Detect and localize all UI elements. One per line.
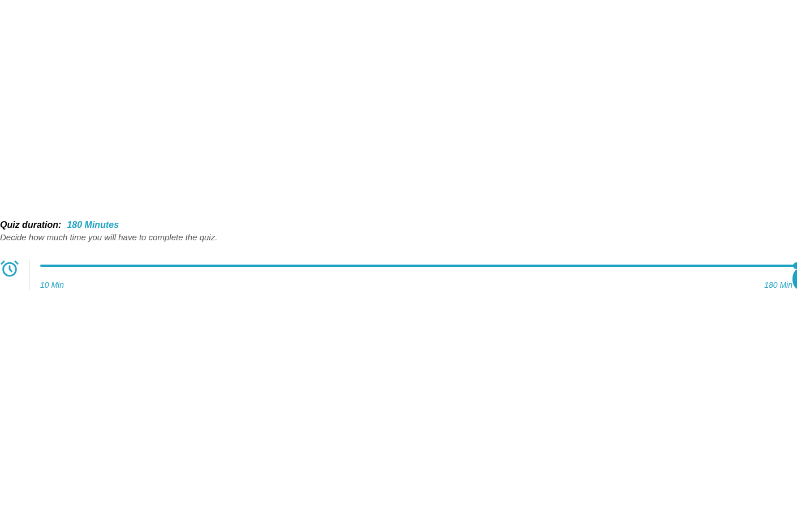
slider-max-label: 180 Min	[764, 280, 797, 289]
slider-row: 10 Min 180 Min	[0, 259, 797, 290]
duration-label: Quiz duration:	[0, 220, 61, 230]
header-row: Quiz duration: 180 Minutes	[0, 220, 797, 230]
slider-track[interactable]	[40, 265, 797, 267]
duration-slider[interactable]: 10 Min 180 Min	[40, 259, 797, 289]
slider-min-label: 10 Min	[40, 280, 64, 289]
slider-thumb[interactable]	[793, 262, 797, 269]
slider-labels: 10 Min 180 Min	[40, 280, 797, 289]
quiz-duration-panel: Quiz duration: 180 Minutes Decide how mu…	[0, 220, 797, 290]
vertical-divider	[29, 259, 30, 290]
duration-description: Decide how much time you will have to co…	[0, 232, 797, 242]
duration-value: 180 Minutes	[67, 220, 119, 230]
alarm-clock-icon	[0, 259, 19, 280]
